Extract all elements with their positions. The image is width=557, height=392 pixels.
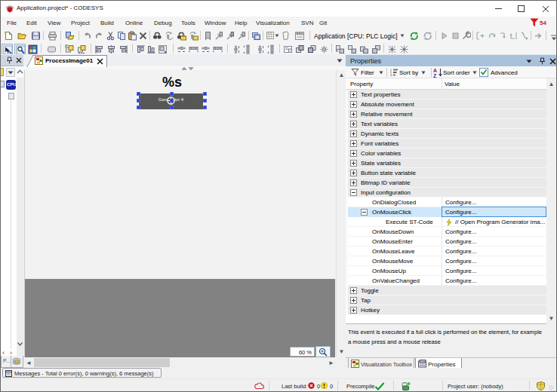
svg-text:A: A [433,68,437,73]
svg-text:Z: Z [433,73,437,78]
svg-text:B: B [167,34,170,38]
